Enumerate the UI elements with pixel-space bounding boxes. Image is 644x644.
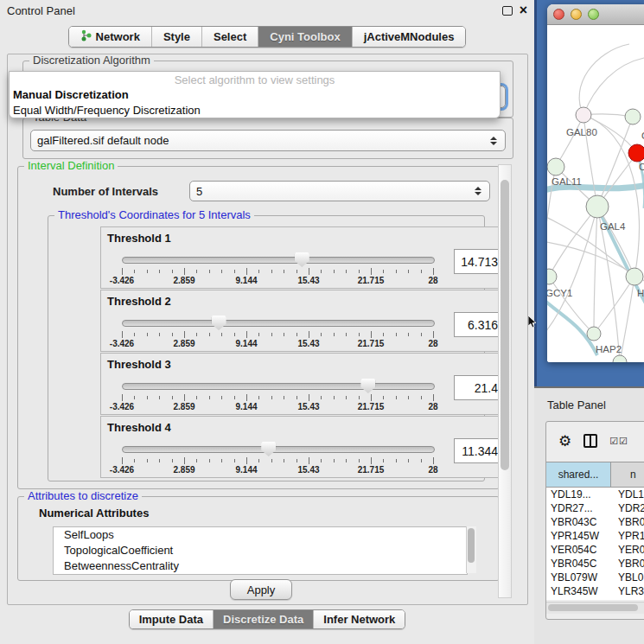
scrollbar-thumb[interactable] (501, 180, 509, 470)
popup-option-manual-discretization[interactable]: Manual Discretization (10, 87, 500, 103)
window-zoom-icon[interactable] (588, 9, 599, 20)
node-label: GAL80 (566, 127, 597, 137)
attribute-item[interactable]: TopologicalCoefficient (54, 543, 467, 558)
network-window-titlebar[interactable] (547, 4, 644, 25)
node-label: GAL4 (600, 221, 626, 232)
network-node[interactable] (586, 195, 609, 218)
table-row[interactable]: YDR27...YDR2 (546, 501, 644, 515)
scrollbar-thumb[interactable] (468, 528, 475, 563)
attribute-item[interactable]: SelfLoops (54, 527, 467, 543)
num-intervals-label: Number of Intervals (53, 185, 158, 198)
slider-thumb[interactable] (360, 379, 375, 393)
column-header-name[interactable]: n (611, 462, 644, 487)
network-node[interactable] (576, 107, 591, 123)
apply-button[interactable]: Apply (230, 579, 292, 600)
num-intervals-combobox[interactable]: 5 (189, 181, 490, 201)
table-row[interactable]: YLR345WYLR3 (546, 584, 644, 598)
table-row[interactable]: YIL052CYIL0 (546, 598, 644, 600)
threshold-label: Threshold 3 (107, 358, 171, 371)
tab-style[interactable]: Style (151, 27, 201, 47)
table-data-combobox[interactable]: galFiltered.sif default node (30, 130, 506, 151)
network-node[interactable] (547, 269, 557, 284)
tab-network[interactable]: Network (69, 27, 151, 47)
tab-jactivemnodules[interactable]: jActiveMNodules (352, 27, 466, 47)
control-panel-titlebar: Control Panel × (0, 0, 534, 21)
node-table: ⚙ ☑☑ shared... n YDL19...YDL1YDR27...YDR… (545, 421, 644, 620)
table-row[interactable]: YBL079WYBL0 (546, 571, 644, 584)
slider-track[interactable] (122, 383, 435, 390)
thresholds-group: Threshold's Coordinates for 5 Intervals … (48, 215, 485, 481)
network-edge[interactable] (583, 115, 639, 277)
slider-track[interactable] (122, 446, 435, 453)
network-view-window[interactable]: GAL80GCGAL11GAL4GCY1HHAP2 (547, 4, 644, 362)
network-edge[interactable] (549, 207, 597, 277)
close-icon[interactable]: × (520, 3, 527, 17)
table-row[interactable]: YER054CYER0 (546, 543, 644, 557)
tab-discretize-data[interactable]: Discretize Data (213, 610, 313, 628)
network-edge[interactable] (620, 277, 634, 362)
tab-cyni-toolbox[interactable]: Cyni Toolbox (258, 27, 351, 47)
control-panel-scrollbar[interactable] (498, 164, 512, 598)
table-data-value: galFiltered.sif default node (37, 134, 169, 147)
node-label: H (637, 288, 644, 298)
scrollbar-thumb[interactable] (548, 604, 638, 611)
threshold-value-field[interactable]: 11.344 (454, 438, 504, 463)
network-node[interactable] (628, 144, 644, 162)
bottom-tabbar: Impute Data Discretize Data Infer Networ… (0, 609, 534, 629)
threshold-value-field[interactable]: 6.316 (454, 312, 504, 337)
popup-option-equal-width-frequency[interactable]: Equal Width/Frequency Discretization (10, 103, 500, 118)
network-node[interactable] (587, 327, 601, 341)
window-minimize-icon[interactable] (571, 9, 582, 20)
threshold-slider[interactable]: -3.4262.8599.14415.4321.71528 (122, 443, 433, 474)
slider-tick-labels: -3.4262.8599.14415.4321.71528 (122, 276, 433, 285)
window-close-icon[interactable] (553, 9, 564, 20)
network-edge[interactable] (583, 58, 644, 115)
network-edge[interactable] (579, 44, 629, 115)
float-window-icon[interactable] (502, 6, 513, 16)
tab-label: Cyni Toolbox (270, 30, 340, 43)
table-horizontal-scrollbar[interactable] (546, 602, 644, 614)
node-label: HAP2 (596, 344, 622, 354)
network-node[interactable] (625, 109, 641, 124)
tab-impute-data[interactable]: Impute Data (130, 610, 213, 628)
network-edge[interactable] (594, 207, 597, 334)
tab-select[interactable]: Select (201, 27, 258, 47)
slider-thumb[interactable] (212, 316, 226, 330)
attributes-list-scrollbar[interactable] (466, 526, 476, 573)
slider-track[interactable] (122, 320, 435, 327)
slider-ticks (122, 331, 433, 338)
network-node[interactable] (626, 268, 643, 285)
threshold-slider[interactable]: -3.4262.8599.14415.4321.71528 (122, 316, 433, 348)
node-label: GCY1 (547, 288, 572, 298)
threshold-slider[interactable]: -3.4262.8599.14415.4321.71528 (122, 253, 433, 284)
mouse-cursor (528, 316, 538, 331)
top-tabbar: Network Style Select Cyni Toolbox jActiv… (0, 26, 534, 48)
column-header-shared-name[interactable]: shared... (546, 462, 611, 487)
threshold-value-field[interactable]: 14.713 (454, 249, 504, 274)
network-node[interactable] (613, 355, 627, 362)
threshold-value-field[interactable]: 21.4 (454, 375, 504, 400)
tab-label: Infer Network (323, 613, 395, 626)
gear-icon[interactable]: ⚙ (558, 434, 571, 449)
slider-thumb[interactable] (261, 442, 276, 456)
tab-infer-network[interactable]: Infer Network (313, 610, 405, 628)
interval-definition-group: Interval Definition Number of Intervals … (17, 166, 500, 489)
network-node[interactable] (547, 158, 564, 175)
table-row[interactable]: YDL19...YDL1 (546, 488, 644, 501)
network-edge[interactable] (547, 298, 597, 355)
numerical-attributes-list[interactable]: SelfLoopsTopologicalCoefficientBetweenne… (53, 526, 468, 575)
table-row[interactable]: YBR045CYBR0 (546, 557, 644, 571)
network-canvas[interactable]: GAL80GCGAL11GAL4GCY1HHAP2 (547, 25, 644, 362)
table-row[interactable]: YBR043CYBR0 (546, 515, 644, 529)
threshold-slider[interactable]: -3.4262.8599.14415.4321.71528 (122, 379, 433, 411)
control-panel-title: Control Panel (7, 4, 75, 17)
node-label: GAL11 (552, 176, 582, 187)
slider-track[interactable] (122, 257, 435, 264)
attribute-item[interactable]: BetweennessCentrality (54, 558, 467, 574)
slider-tick-labels: -3.4262.8599.14415.4321.71528 (122, 465, 433, 475)
select-columns-checkboxes-icon[interactable]: ☑☑ (609, 436, 628, 447)
slider-thumb[interactable] (295, 252, 309, 267)
columns-icon[interactable] (583, 434, 597, 448)
table-row[interactable]: YPR145WYPR1 (546, 529, 644, 543)
threshold-label: Threshold 4 (107, 421, 171, 434)
